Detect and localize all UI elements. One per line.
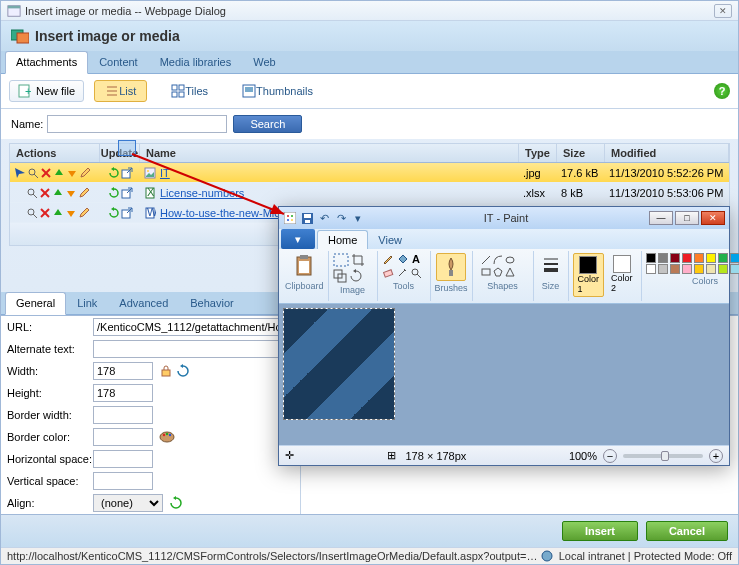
color-swatch[interactable] (694, 253, 704, 263)
view-icon[interactable] (26, 207, 38, 219)
color1-button[interactable]: Color 1 (573, 253, 605, 297)
delete-icon[interactable] (40, 167, 52, 179)
height-input[interactable] (93, 384, 153, 402)
paint-app-icon[interactable] (283, 211, 297, 225)
move-down-icon[interactable] (65, 187, 77, 199)
size-button[interactable] (538, 253, 564, 279)
refresh-icon[interactable] (108, 167, 120, 179)
search-input[interactable] (47, 115, 227, 133)
color-swatch[interactable] (646, 264, 656, 274)
picker-tool-icon[interactable] (396, 267, 408, 279)
undo-icon[interactable]: ↶ (317, 211, 331, 225)
help-icon[interactable]: ? (714, 83, 730, 99)
text-tool-icon[interactable]: A (410, 253, 422, 265)
color-swatch[interactable] (658, 264, 668, 274)
edit-icon[interactable] (78, 207, 90, 219)
external-edit-icon[interactable] (121, 207, 133, 219)
color-swatch[interactable] (682, 264, 692, 274)
eraser-tool-icon[interactable] (382, 267, 394, 279)
tab-link[interactable]: Link (66, 292, 108, 314)
color-swatch[interactable] (694, 264, 704, 274)
align-select[interactable]: (none) (93, 494, 163, 512)
border-color-input[interactable] (93, 428, 153, 446)
zoom-in-button[interactable]: + (709, 449, 723, 463)
col-actions[interactable]: Actions (10, 144, 100, 162)
tab-content[interactable]: Content (88, 51, 149, 73)
zoom-tool-icon[interactable] (410, 267, 422, 279)
hspace-input[interactable] (93, 450, 153, 468)
view-icon[interactable] (26, 187, 38, 199)
curve-shape-icon[interactable] (493, 255, 503, 265)
fill-tool-icon[interactable] (396, 253, 408, 265)
triangle-shape-icon[interactable] (505, 267, 515, 277)
url-input[interactable] (93, 318, 291, 336)
paint-file-menu[interactable]: ▾ (281, 229, 315, 249)
move-up-icon[interactable] (52, 207, 64, 219)
file-name[interactable]: License-numbers (160, 187, 244, 199)
color-swatch[interactable] (706, 253, 716, 263)
tab-web[interactable]: Web (242, 51, 286, 73)
table-row[interactable]: X License-numbers .xlsx 8 kB 11/13/2010 … (10, 183, 729, 203)
col-update[interactable]: Update (100, 144, 140, 162)
rotate-icon[interactable] (349, 269, 363, 283)
refresh-icon[interactable] (108, 207, 120, 219)
crop-icon[interactable] (351, 253, 365, 267)
tab-advanced[interactable]: Advanced (108, 292, 179, 314)
qat-dropdown-icon[interactable]: ▾ (351, 211, 365, 225)
paint-tab-view[interactable]: View (368, 231, 412, 249)
search-button[interactable]: Search (233, 115, 302, 133)
color-swatch[interactable] (718, 264, 728, 274)
delete-icon[interactable] (39, 187, 51, 199)
color-swatch[interactable] (718, 253, 728, 263)
edit-icon[interactable] (78, 187, 90, 199)
color-swatch[interactable] (730, 253, 739, 263)
color-swatch[interactable] (730, 264, 739, 274)
rect-shape-icon[interactable] (481, 267, 491, 277)
redo-icon[interactable]: ↷ (334, 211, 348, 225)
close-icon[interactable]: ✕ (714, 4, 732, 18)
color-swatch[interactable] (706, 264, 716, 274)
paint-image[interactable] (283, 308, 395, 420)
move-up-icon[interactable] (52, 187, 64, 199)
paint-tab-home[interactable]: Home (317, 230, 368, 249)
delete-icon[interactable] (39, 207, 51, 219)
resize-icon[interactable] (333, 269, 347, 283)
insert-button[interactable]: Insert (562, 521, 638, 541)
border-width-input[interactable] (93, 406, 153, 424)
select-icon[interactable] (14, 167, 26, 179)
clipboard-button[interactable] (290, 253, 318, 279)
color-swatch[interactable] (658, 253, 668, 263)
tab-media-libraries[interactable]: Media libraries (149, 51, 243, 73)
col-type[interactable]: Type (519, 144, 557, 162)
lock-icon[interactable] (159, 364, 173, 378)
cancel-button[interactable]: Cancel (646, 521, 728, 541)
color-swatch[interactable] (646, 253, 656, 263)
maximize-icon[interactable]: □ (675, 211, 699, 225)
line-shape-icon[interactable] (481, 255, 491, 265)
shapes-button[interactable] (477, 253, 529, 279)
color-swatch[interactable] (682, 253, 692, 263)
view-tiles-button[interactable]: Tiles (161, 81, 218, 101)
color2-button[interactable]: Color 2 (607, 253, 637, 297)
oval-shape-icon[interactable] (505, 255, 515, 265)
color-picker-icon[interactable] (159, 430, 175, 444)
polygon-shape-icon[interactable] (493, 267, 503, 277)
view-list-button[interactable]: List (94, 80, 147, 102)
view-icon[interactable] (27, 167, 39, 179)
alt-input[interactable] (93, 340, 291, 358)
tab-behavior[interactable]: Behavior (179, 292, 244, 314)
zoom-out-button[interactable]: − (603, 449, 617, 463)
move-down-icon[interactable] (66, 167, 78, 179)
vspace-input[interactable] (93, 472, 153, 490)
save-icon[interactable] (300, 211, 314, 225)
move-down-icon[interactable] (65, 207, 77, 219)
move-up-icon[interactable] (53, 167, 65, 179)
table-row[interactable]: IT .jpg 17.6 kB 11/13/2010 5:52:26 PM (10, 163, 729, 183)
refresh-preview-icon[interactable] (169, 496, 183, 510)
select-tool-icon[interactable] (333, 253, 349, 267)
color-swatch[interactable] (670, 264, 680, 274)
color-swatch[interactable] (670, 253, 680, 263)
tab-attachments[interactable]: Attachments (5, 51, 88, 74)
col-modified[interactable]: Modified (605, 144, 729, 162)
edit-icon[interactable] (79, 167, 91, 179)
